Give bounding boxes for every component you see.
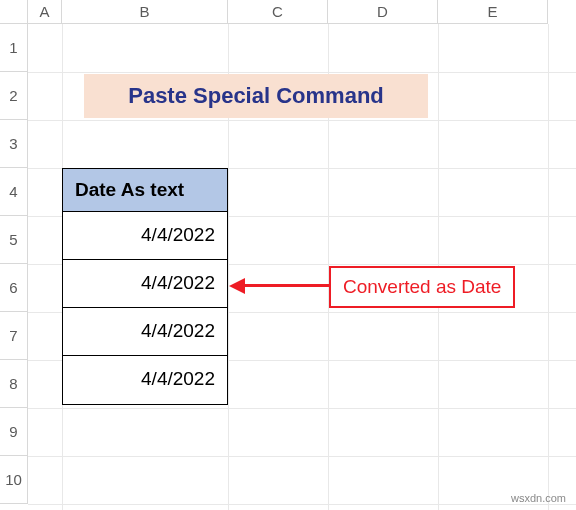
column-header-B[interactable]: B <box>62 0 228 24</box>
select-all-corner[interactable] <box>0 0 28 24</box>
column-header-row: A B C D E <box>0 0 576 24</box>
spreadsheet: A B C D E 1 2 3 4 5 6 7 8 9 10 Paste Spe… <box>0 0 576 510</box>
column-header-D[interactable]: D <box>328 0 438 24</box>
column-header-E[interactable]: E <box>438 0 548 24</box>
row-header-7[interactable]: 7 <box>0 312 28 360</box>
title-text: Paste Special Command <box>128 83 384 109</box>
row-header-8[interactable]: 8 <box>0 360 28 408</box>
data-table: Date As text 4/4/2022 4/4/2022 4/4/2022 … <box>62 168 228 405</box>
row-header-3[interactable]: 3 <box>0 120 28 168</box>
watermark: wsxdn.com <box>511 492 566 504</box>
row-header-4[interactable]: 4 <box>0 168 28 216</box>
row-header-1[interactable]: 1 <box>0 24 28 72</box>
table-cell[interactable]: 4/4/2022 <box>63 260 227 308</box>
title-banner: Paste Special Command <box>84 74 428 118</box>
table-header[interactable]: Date As text <box>63 169 227 212</box>
row-header-10[interactable]: 10 <box>0 456 28 504</box>
column-header-C[interactable]: C <box>228 0 328 24</box>
row-header-2[interactable]: 2 <box>0 72 28 120</box>
row-header-9[interactable]: 9 <box>0 408 28 456</box>
column-header-A[interactable]: A <box>28 0 62 24</box>
table-cell[interactable]: 4/4/2022 <box>63 356 227 404</box>
row-header-6[interactable]: 6 <box>0 264 28 312</box>
table-cell[interactable]: 4/4/2022 <box>63 308 227 356</box>
row-header-5[interactable]: 5 <box>0 216 28 264</box>
table-cell[interactable]: 4/4/2022 <box>63 212 227 260</box>
